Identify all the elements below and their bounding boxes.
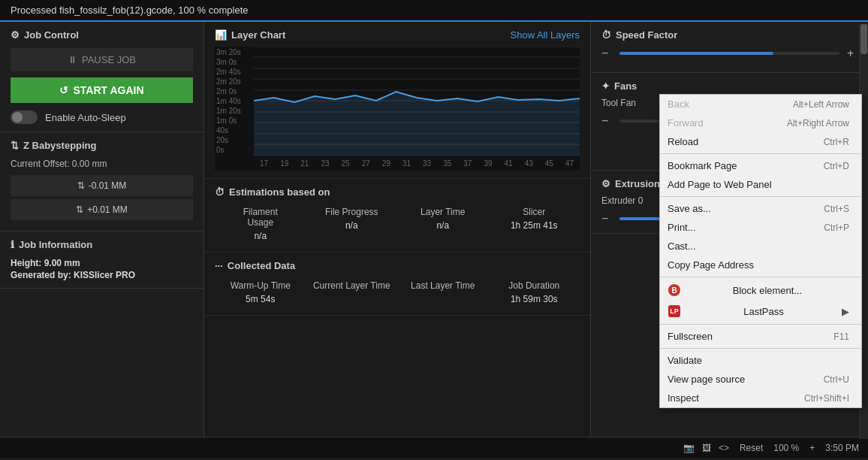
- layer-chart-title: Layer Chart: [231, 29, 285, 41]
- plus-offset-button[interactable]: ⇅ +0.01 MM: [11, 199, 193, 220]
- est-col-slicer: Slicer 1h 25m 41s: [489, 204, 580, 244]
- ctx-forward[interactable]: Forward Alt+Right Arrow: [660, 113, 861, 132]
- est-col-file-progress: File Progress n/a: [306, 204, 398, 244]
- collected-col-job-duration: Job Duration 1h 59m 30s: [489, 277, 580, 307]
- collected-data-table: Warm-Up Time 5m 54s Current Layer Time L…: [215, 277, 580, 307]
- ctx-print-shortcut: Ctrl+P: [824, 222, 849, 233]
- ctx-print[interactable]: Print... Ctrl+P: [660, 218, 861, 237]
- ctx-fullscreen-shortcut: F11: [833, 331, 849, 342]
- minus-offset-icon: ⇅: [77, 180, 85, 191]
- ctx-sep-4: [660, 324, 861, 325]
- scrollbar-thumb[interactable]: [860, 24, 867, 54]
- reset-label[interactable]: Reset: [740, 443, 763, 453]
- plus-offset-icon: ⇅: [76, 204, 83, 215]
- ctx-save-as[interactable]: Save as... Ctrl+S: [660, 199, 861, 218]
- ctx-copy-address[interactable]: Copy Page Address: [660, 256, 861, 274]
- ctx-add-web-panel[interactable]: Add Page to Web Panel: [660, 175, 861, 194]
- ctx-inspect[interactable]: Inspect Ctrl+Shift+I: [660, 389, 861, 407]
- pause-label: PAUSE JOB: [82, 54, 136, 65]
- speed-decrease-button[interactable]: −: [601, 47, 612, 60]
- ctx-inspect-shortcut: Ctrl+Shift+I: [804, 393, 849, 404]
- fans-icon: ✦: [601, 80, 610, 92]
- job-info-title: Job Information: [19, 239, 92, 250]
- z-icon: ⇅: [11, 140, 19, 151]
- zoom-plus-button[interactable]: +: [809, 443, 815, 453]
- layer-chart-section: 📊 Layer Chart Show All Layers 3m 20s 3m …: [204, 22, 590, 179]
- zoom-label: 100 %: [773, 443, 799, 453]
- ctx-block-element[interactable]: B Block element...: [660, 280, 861, 301]
- ctx-inspect-label: Inspect: [668, 392, 699, 404]
- start-again-button[interactable]: ↺ START AGAIN: [11, 77, 193, 103]
- status-text: Processed fish_fossilz_fob(12).gcode, 10…: [11, 5, 249, 16]
- auto-sleep-row: Enable Auto-Sleep: [11, 110, 193, 124]
- job-control-icon: ⚙: [11, 29, 20, 41]
- offset-label: Current Offset: 0.00 mm: [11, 159, 193, 169]
- code-icon: <>: [719, 443, 729, 453]
- ctx-copy-address-label: Copy Page Address: [668, 259, 754, 271]
- height-label: Height:: [11, 258, 41, 268]
- context-menu: Back Alt+Left Arrow Forward Alt+Right Ar…: [659, 94, 862, 408]
- ctx-bookmark[interactable]: Bookmark Page Ctrl+D: [660, 156, 861, 175]
- plus-offset-label: +0.01 MM: [87, 204, 128, 215]
- lastpass-icon: LP: [668, 304, 681, 318]
- job-control-header: ⚙ Job Control: [11, 29, 193, 41]
- ctx-forward-shortcut: Alt+Right Arrow: [787, 118, 849, 129]
- job-control-section: ⚙ Job Control ⏸ PAUSE JOB ↺ START AGAIN …: [0, 22, 203, 132]
- ctx-save-as-shortcut: Ctrl+S: [824, 204, 849, 214]
- chart-svg: [254, 47, 580, 156]
- ctx-view-source-label: View page source: [668, 374, 745, 385]
- ctx-back-label: Back: [668, 98, 689, 110]
- est-col-filament: FilamentUsage n/a: [215, 204, 306, 244]
- ctx-print-label: Print...: [668, 222, 696, 233]
- pause-job-button[interactable]: ⏸ PAUSE JOB: [11, 48, 193, 71]
- minus-offset-button[interactable]: ⇅ -0.01 MM: [11, 175, 193, 196]
- clock-icon: ⏱: [215, 186, 225, 198]
- est-col-layer-time: Layer Time n/a: [397, 204, 489, 244]
- refresh-icon: ↺: [59, 84, 68, 96]
- ctx-view-source[interactable]: View page source Ctrl+U: [660, 370, 861, 389]
- dots-icon: ···: [215, 260, 223, 271]
- collected-data-title: Collected Data: [228, 260, 295, 271]
- chart-y-axis: 3m 20s 3m 0s 2m 40s 2m 20s 2m 0s 1m 40s …: [215, 47, 254, 156]
- speed-slider-row: − +: [601, 47, 857, 60]
- ctx-block-label: Block element...: [733, 285, 803, 296]
- ctx-back[interactable]: Back Alt+Left Arrow: [660, 95, 861, 113]
- fans-title: Fans: [614, 80, 637, 92]
- ctx-reload-label: Reload: [668, 136, 698, 147]
- height-row: Height: 9.00 mm: [11, 258, 193, 268]
- auto-sleep-toggle[interactable]: [11, 110, 38, 124]
- estimations-title-row: ⏱ Estimations based on: [215, 186, 330, 198]
- lastpass-icon-img: LP: [668, 305, 680, 317]
- collected-col-warmup: Warm-Up Time 5m 54s: [215, 277, 306, 307]
- speed-slider-track[interactable]: [619, 52, 839, 55]
- speed-increase-button[interactable]: +: [847, 47, 857, 60]
- z-babystepping-header: ⇅ Z Babystepping: [11, 140, 193, 151]
- chart-icon: 📊: [215, 29, 227, 41]
- fan-decrease-button[interactable]: −: [601, 114, 612, 128]
- bottom-bar: 📷 🖼 <> Reset 100 % + 3:50 PM: [0, 437, 868, 458]
- fans-header: ✦ Fans: [601, 80, 857, 92]
- info-icon: ℹ: [11, 239, 14, 250]
- minus-offset-label: -0.01 MM: [89, 180, 127, 191]
- bottom-bar-icons: 📷 🖼 <>: [683, 443, 729, 453]
- ctx-cast-label: Cast...: [668, 241, 696, 252]
- ext-decrease-button[interactable]: −: [601, 212, 612, 225]
- ctx-lastpass[interactable]: LP LastPass ▶: [660, 301, 861, 322]
- z-title: Z Babystepping: [23, 140, 97, 151]
- ctx-fullscreen[interactable]: Fullscreen F11: [660, 327, 861, 346]
- ctx-reload-shortcut: Ctrl+R: [824, 137, 849, 147]
- layer-chart-area: 3m 20s 3m 0s 2m 40s 2m 20s 2m 0s 1m 40s …: [215, 47, 580, 171]
- z-babystepping-section: ⇅ Z Babystepping Current Offset: 0.00 mm…: [0, 132, 203, 232]
- show-all-layers-link[interactable]: Show All Layers: [511, 29, 580, 41]
- speed-slider-fill: [619, 52, 773, 55]
- ctx-reload[interactable]: Reload Ctrl+R: [660, 132, 861, 151]
- pause-icon: ⏸: [68, 54, 77, 65]
- ctx-validate[interactable]: Validate: [660, 351, 861, 370]
- estimations-title: Estimations based on: [229, 186, 330, 198]
- ctx-cast[interactable]: Cast...: [660, 237, 861, 256]
- chart-x-axis: 17 19 21 23 25 27 29 31 33 35 37 39 41 4…: [254, 156, 580, 171]
- ctx-back-shortcut: Alt+Left Arrow: [793, 99, 849, 110]
- ctx-sep-1: [660, 153, 861, 154]
- ctx-bookmark-label: Bookmark Page: [668, 160, 737, 171]
- ctx-sep-5: [660, 348, 861, 349]
